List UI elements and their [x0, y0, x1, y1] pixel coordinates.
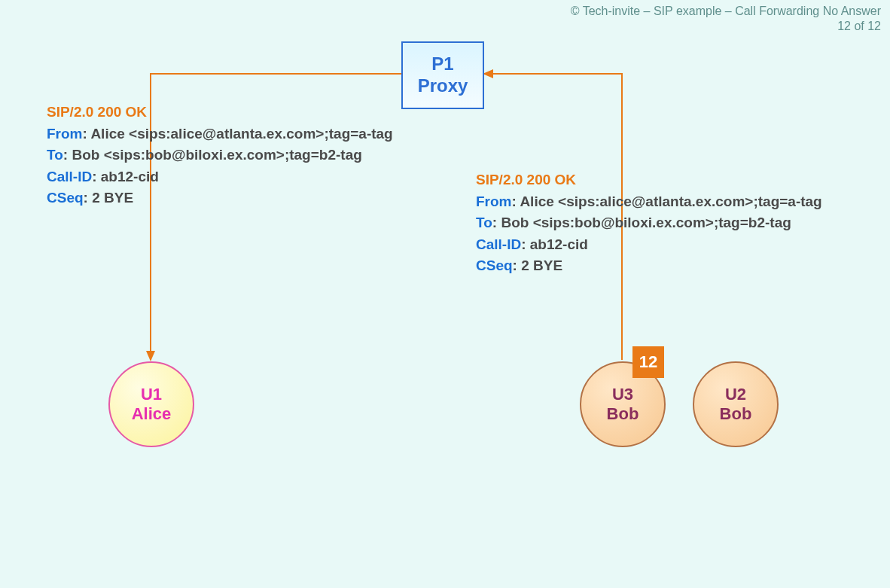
step-badge: 12 — [632, 346, 664, 378]
callid-val: : ab12-cid — [521, 236, 588, 252]
callid-key: Call-ID — [476, 236, 521, 252]
cseq-key: CSeq — [476, 257, 513, 273]
from-key: From — [47, 126, 83, 142]
node-u1-alice: U1 Alice — [108, 361, 194, 447]
node-line1: U1 — [141, 385, 162, 404]
from-val: : Alice <sips:alice@atlanta.ex.com>;tag=… — [512, 193, 822, 209]
proxy-line2: Proxy — [418, 75, 468, 97]
sip-message-right: SIP/2.0 200 OK From: Alice <sips:alice@a… — [476, 169, 822, 277]
header-line1: © Tech-invite – SIP example – Call Forwa… — [571, 5, 881, 18]
to-val: : Bob <sips:bob@biloxi.ex.com>;tag=b2-ta… — [492, 215, 791, 230]
node-line2: Bob — [720, 404, 752, 424]
node-line1: U3 — [612, 385, 633, 404]
callid-key: Call-ID — [47, 169, 92, 184]
header-caption: © Tech-invite – SIP example – Call Forwa… — [571, 5, 881, 33]
cseq-val: : 2 BYE — [513, 257, 563, 273]
to-key: To — [476, 215, 492, 230]
node-line2: Bob — [607, 404, 639, 424]
node-line1: U2 — [725, 385, 746, 404]
cseq-key: CSeq — [47, 190, 84, 206]
status-line: SIP/2.0 200 OK — [476, 172, 576, 187]
status-line: SIP/2.0 200 OK — [47, 104, 147, 120]
callid-val: : ab12-cid — [92, 169, 159, 184]
cseq-val: : 2 BYE — [84, 190, 134, 206]
sip-message-left: SIP/2.0 200 OK From: Alice <sips:alice@a… — [47, 102, 393, 209]
node-line2: Alice — [132, 404, 172, 424]
to-key: To — [47, 147, 63, 163]
header-line2: 12 of 12 — [571, 20, 881, 33]
from-key: From — [476, 193, 512, 209]
proxy-node: P1 Proxy — [401, 41, 484, 109]
from-val: : Alice <sips:alice@atlanta.ex.com>;tag=… — [83, 126, 393, 142]
proxy-line1: P1 — [431, 53, 453, 75]
to-val: : Bob <sips:bob@biloxi.ex.com>;tag=b2-ta… — [63, 147, 362, 163]
node-u2-bob: U2 Bob — [693, 361, 779, 447]
